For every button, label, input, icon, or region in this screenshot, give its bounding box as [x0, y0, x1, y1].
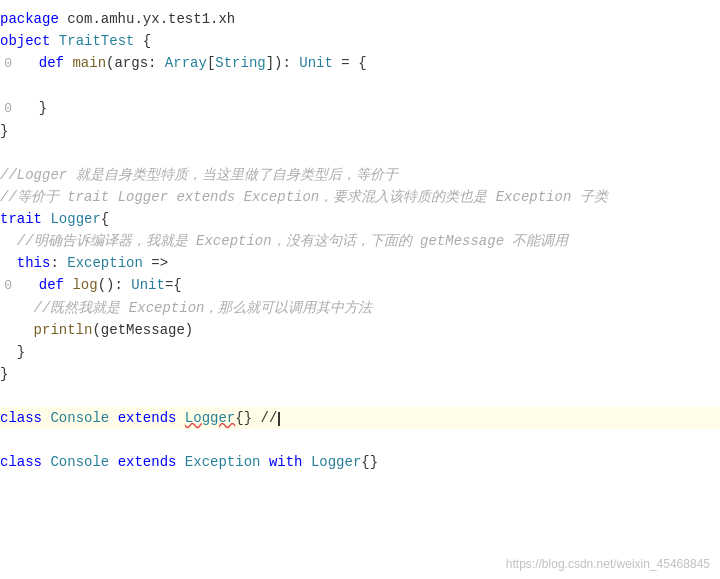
line-comment4: //既然我就是 Exception，那么就可以调用其中方法 [0, 297, 720, 319]
line-console1: class Console extends Logger{} // [0, 407, 720, 429]
line-number: 0 [0, 275, 22, 297]
line-close4: } [0, 363, 720, 385]
line-empty4 [0, 429, 720, 451]
code-line-content: //既然我就是 Exception，那么就可以调用其中方法 [0, 297, 712, 319]
code-line-content: def main(args: Array[String]): Unit = { [22, 52, 712, 74]
code-line-content: //明确告诉编译器，我就是 Exception，没有这句话，下面的 getMes… [0, 230, 712, 252]
code-line-content: class Console extends Exception with Log… [0, 451, 712, 473]
line-comment1: //Logger 就是自身类型特质，当这里做了自身类型后，等价于 [0, 164, 720, 186]
code-line-content: object TraitTest { [0, 30, 712, 52]
watermark: https://blog.csdn.net/weixin_45468845 [506, 557, 710, 571]
line-main: 0 def main(args: Array[String]): Unit = … [0, 52, 720, 75]
line-comment3: //明确告诉编译器，我就是 Exception，没有这句话，下面的 getMes… [0, 230, 720, 252]
code-line-content: } [0, 363, 712, 385]
line-package: package com.amhu.yx.test1.xh [0, 8, 720, 30]
code-line-content: println(getMessage) [0, 319, 712, 341]
line-empty2 [0, 142, 720, 164]
code-container: package com.amhu.yx.test1.xh object Trai… [0, 0, 720, 579]
line-object: object TraitTest { [0, 30, 720, 52]
line-close3: } [0, 341, 720, 363]
line-close1: 0 } [0, 97, 720, 120]
code-line-content: } [0, 120, 712, 142]
code-line-content: //Logger 就是自身类型特质，当这里做了自身类型后，等价于 [0, 164, 712, 186]
code-line-content: } [22, 97, 712, 119]
line-empty3 [0, 385, 720, 407]
line-log: 0 def log(): Unit={ [0, 274, 720, 297]
line-empty [0, 75, 720, 97]
code-line-content: trait Logger{ [0, 208, 712, 230]
code-line-content: class Console extends Logger{} // [0, 407, 712, 429]
line-trait: trait Logger{ [0, 208, 720, 230]
code-line-content: } [0, 341, 712, 363]
line-this: this: Exception => [0, 252, 720, 274]
code-line-content: package com.amhu.yx.test1.xh [0, 8, 712, 30]
code-line-content: def log(): Unit={ [22, 274, 712, 296]
code-line-content: //等价于 trait Logger extends Exception，要求混… [0, 186, 712, 208]
code-line-content: this: Exception => [0, 252, 712, 274]
line-close2: } [0, 120, 720, 142]
line-number: 0 [0, 53, 22, 75]
line-comment2: //等价于 trait Logger extends Exception，要求混… [0, 186, 720, 208]
line-console2: class Console extends Exception with Log… [0, 451, 720, 473]
line-number: 0 [0, 98, 22, 120]
line-println: println(getMessage) [0, 319, 720, 341]
